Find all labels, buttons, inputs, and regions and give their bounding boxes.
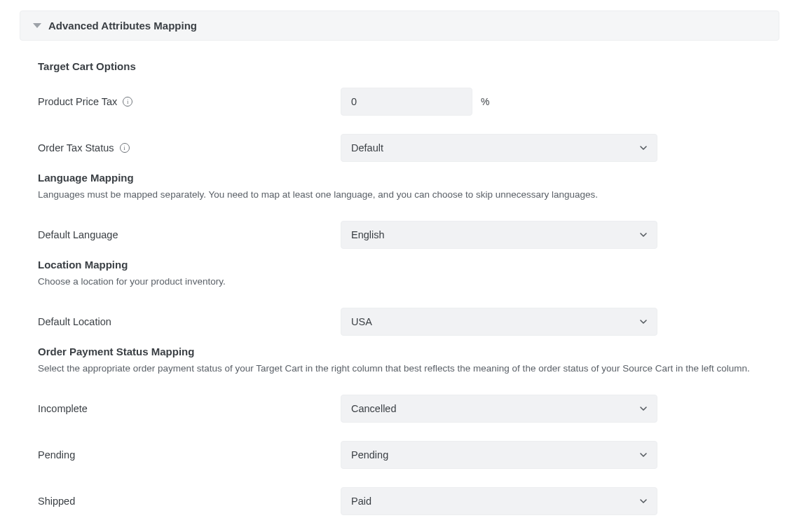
location-mapping-title: Location Mapping [38, 259, 761, 271]
target-cart-section-title: Target Cart Options [38, 60, 761, 72]
shipped-label: Shipped [38, 496, 75, 507]
product-price-tax-label: Product Price Tax [38, 96, 117, 107]
default-language-row: Default Language English [38, 221, 761, 249]
language-mapping-desc: Languages must be mapped separately. You… [38, 188, 761, 203]
default-location-label: Default Location [38, 316, 111, 327]
language-mapping-title: Language Mapping [38, 172, 761, 184]
panel-title: Advanced Attributes Mapping [48, 20, 197, 32]
default-language-label: Default Language [38, 229, 118, 240]
chevron-down-icon [33, 23, 41, 28]
order-payment-status-title: Order Payment Status Mapping [38, 346, 761, 357]
shipped-select[interactable]: Paid [341, 487, 657, 515]
pending-select[interactable]: Pending [341, 441, 657, 469]
default-location-select[interactable]: USA [341, 308, 657, 336]
shipped-row: Shipped Paid [38, 487, 761, 515]
product-price-tax-suffix: % [481, 96, 489, 107]
info-icon[interactable]: i [120, 143, 130, 153]
order-payment-status-desc: Select the appropriate order payment sta… [38, 362, 761, 376]
default-language-select[interactable]: English [341, 221, 657, 249]
panel-header[interactable]: Advanced Attributes Mapping [20, 11, 779, 41]
default-location-row: Default Location USA [38, 308, 761, 336]
incomplete-select[interactable]: Cancelled [341, 395, 657, 423]
order-tax-status-label: Order Tax Status [38, 142, 114, 154]
location-mapping-desc: Choose a location for your product inven… [38, 275, 761, 289]
info-icon[interactable]: i [123, 97, 132, 107]
product-price-tax-input[interactable] [341, 88, 472, 116]
product-price-tax-row: Product Price Tax i % [38, 88, 761, 116]
order-tax-status-select[interactable]: Default [341, 134, 657, 162]
order-tax-status-row: Order Tax Status i Default [38, 134, 761, 162]
incomplete-row: Incomplete Cancelled [38, 395, 761, 423]
incomplete-label: Incomplete [38, 403, 88, 414]
pending-row: Pending Pending [38, 441, 761, 469]
pending-label: Pending [38, 449, 75, 461]
